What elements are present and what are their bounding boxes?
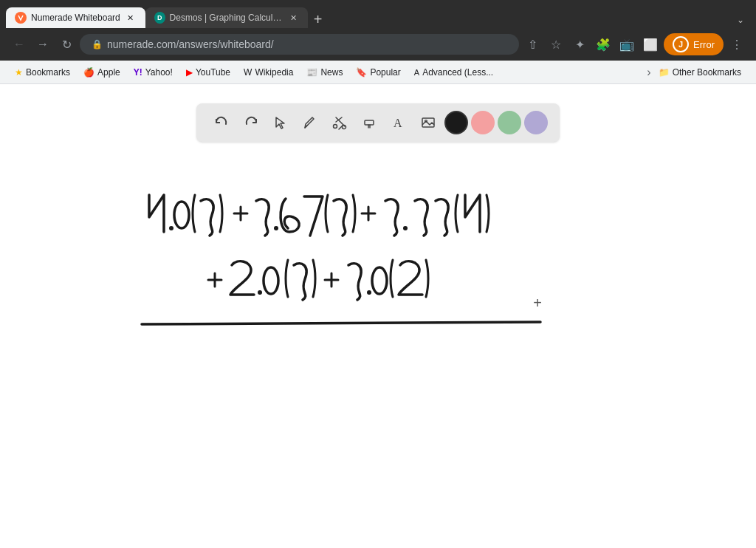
svg-point-0 xyxy=(334,125,337,129)
puzzle-button[interactable]: 🧩 xyxy=(593,34,614,55)
extension-sparkle-button[interactable]: ✦ xyxy=(569,34,590,55)
tab-desmos-close[interactable]: ✕ xyxy=(288,12,299,24)
pencil-icon xyxy=(302,114,318,131)
apple-icon: 🍎 xyxy=(83,67,94,78)
tab-numerade[interactable]: Numerade Whiteboard ✕ xyxy=(6,7,145,28)
new-tab-button[interactable]: + xyxy=(308,10,329,28)
redo-button[interactable] xyxy=(238,109,264,136)
tab-numerade-favicon xyxy=(15,12,27,24)
profile-error-label: Error xyxy=(693,39,715,50)
svg-point-10 xyxy=(258,290,262,295)
bookmark-wikipedia-label: Wikipedia xyxy=(255,67,293,78)
svg-text:A: A xyxy=(394,117,402,129)
address-domain: numerade.com xyxy=(107,38,176,50)
tab-numerade-title: Numerade Whiteboard xyxy=(31,13,120,23)
yahoo-icon: Y! xyxy=(134,67,142,78)
browser-chrome: Numerade Whiteboard ✕ D Desmos | Graphin… xyxy=(0,0,756,84)
youtube-icon: ▶ xyxy=(186,67,193,78)
bookmark-button[interactable]: ☆ xyxy=(546,34,566,55)
numerade-logo-icon xyxy=(17,14,24,21)
profile-button[interactable]: J Error xyxy=(664,33,724,55)
reload-button[interactable]: ↻ xyxy=(56,34,77,55)
image-button[interactable] xyxy=(415,109,441,136)
lock-icon: 🔒 xyxy=(92,39,103,49)
nav-right-buttons: ⇧ ☆ ✦ 🧩 📺 ⬜ J Error ⋮ xyxy=(522,33,747,55)
other-bookmarks-label: Other Bookmarks xyxy=(673,67,741,78)
address-bar[interactable]: 🔒 numerade.com/answers/whiteboard/ xyxy=(80,34,519,55)
folder-icon: 📁 xyxy=(659,67,670,78)
whiteboard-container: A + xyxy=(0,84,756,548)
bookmark-advanced[interactable]: A Advanced (Less... xyxy=(408,65,499,80)
bookmark-news[interactable]: 📰 News xyxy=(300,65,348,80)
back-button[interactable]: ← xyxy=(9,34,30,55)
bookmark-popular-label: Popular xyxy=(370,67,400,78)
cursor-icon xyxy=(272,114,289,131)
svg-point-11 xyxy=(264,267,278,294)
more-options-button[interactable]: ⋮ xyxy=(726,34,747,55)
bookmarks-bar: ★ Bookmarks 🍎 Apple Y! Yahoo! ▶ YouTube … xyxy=(0,61,756,84)
svg-point-13 xyxy=(372,267,387,294)
bookmark-yahoo-label: Yahoo! xyxy=(145,67,173,78)
bookmark-apple[interactable]: 🍎 Apple xyxy=(78,65,126,80)
bookmark-popular[interactable]: 🔖 Popular xyxy=(350,65,406,80)
color-green[interactable] xyxy=(498,111,521,134)
math-expression xyxy=(127,136,629,375)
popular-icon: 🔖 xyxy=(356,67,367,78)
svg-point-1 xyxy=(343,126,346,129)
tab-desmos-favicon: D xyxy=(154,12,165,24)
bookmark-bookmarks-label: Bookmarks xyxy=(26,67,70,78)
bookmarks-more-button[interactable]: › xyxy=(647,66,650,79)
address-path: /answers/whiteboard/ xyxy=(176,38,273,50)
highlighter-icon xyxy=(361,114,377,131)
tools-icon xyxy=(331,114,348,131)
tab-overflow-button[interactable]: ⌄ xyxy=(731,12,750,28)
math-svg xyxy=(127,136,629,372)
bookmark-wikipedia[interactable]: W Wikipedia xyxy=(238,65,299,80)
select-button[interactable] xyxy=(267,109,294,136)
highlighter-button[interactable] xyxy=(356,109,382,136)
forward-button[interactable]: → xyxy=(32,34,53,55)
tab-bar: Numerade Whiteboard ✕ D Desmos | Graphin… xyxy=(0,0,756,28)
image-icon xyxy=(420,114,436,131)
svg-point-6 xyxy=(169,226,173,230)
other-bookmarks[interactable]: 📁 Other Bookmarks xyxy=(653,65,747,80)
address-text: numerade.com/answers/whiteboard/ xyxy=(107,38,274,50)
bookmark-youtube-label: YouTube xyxy=(196,67,230,78)
wikipedia-icon: W xyxy=(244,67,252,78)
tab-numerade-close[interactable]: ✕ xyxy=(125,12,137,24)
bookmark-advanced-label: Advanced (Less... xyxy=(422,67,493,78)
svg-point-7 xyxy=(174,202,189,228)
news-icon: 📰 xyxy=(306,67,317,78)
cast-button[interactable]: 📺 xyxy=(616,34,637,55)
svg-point-8 xyxy=(274,226,278,230)
bookmark-apple-label: Apple xyxy=(97,67,120,78)
nav-bar: ← → ↻ 🔒 numerade.com/answers/whiteboard/… xyxy=(0,28,756,61)
undo-icon xyxy=(213,114,230,131)
advanced-icon: A xyxy=(414,68,419,77)
tab-desmos[interactable]: D Desmos | Graphing Calculato... ✕ xyxy=(145,7,308,28)
svg-point-9 xyxy=(403,226,408,230)
share-button[interactable]: ⇧ xyxy=(522,34,543,55)
bookmark-news-label: News xyxy=(320,67,343,78)
bookmark-yahoo[interactable]: Y! Yahoo! xyxy=(128,65,179,80)
bookmark-star-icon: ★ xyxy=(15,67,23,78)
tools-button[interactable] xyxy=(326,109,353,136)
color-purple[interactable] xyxy=(524,111,548,134)
color-black[interactable] xyxy=(444,111,468,134)
text-button[interactable]: A xyxy=(385,109,412,136)
bookmark-bookmarks[interactable]: ★ Bookmarks xyxy=(9,65,76,80)
tab-desmos-title: Desmos | Graphing Calculato... xyxy=(170,13,284,23)
avatar: J xyxy=(673,36,689,52)
profile-window-button[interactable]: ⬜ xyxy=(640,34,661,55)
color-pink[interactable] xyxy=(471,111,495,134)
svg-point-12 xyxy=(367,290,371,295)
text-icon: A xyxy=(391,114,407,131)
redo-icon xyxy=(243,114,259,131)
bookmark-youtube[interactable]: ▶ YouTube xyxy=(180,65,236,80)
undo-button[interactable] xyxy=(208,109,235,136)
svg-rect-2 xyxy=(365,120,374,125)
draw-button[interactable] xyxy=(297,109,323,136)
